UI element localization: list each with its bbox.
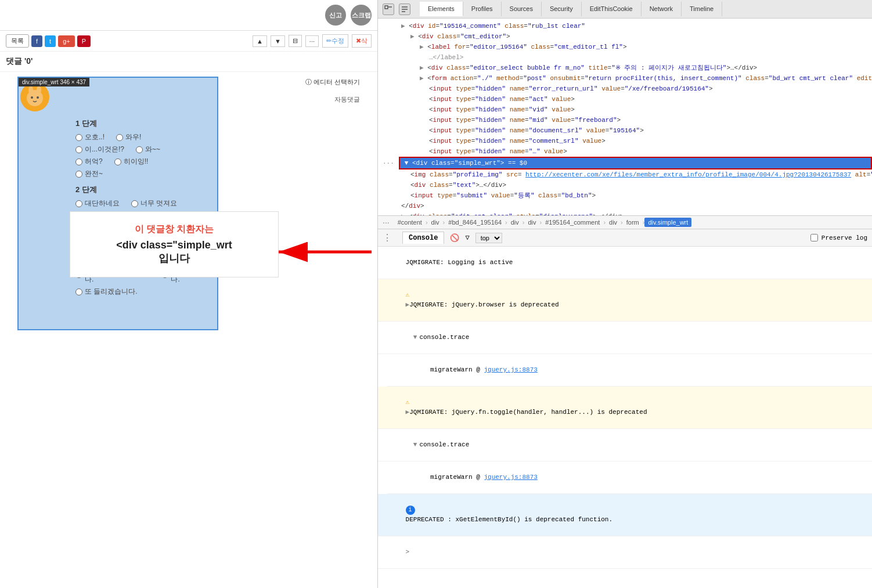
tab-security[interactable]: Security	[542, 2, 582, 16]
print-button[interactable]: ⊟	[289, 35, 302, 47]
highlighted-html-line[interactable]: ▼ <div class="simple_wrt"> == $0	[399, 157, 872, 169]
pinterest-button[interactable]: P	[77, 35, 91, 47]
html-line[interactable]: ▶ <div class="edit_opt clear" style="dis…	[397, 211, 872, 216]
html-line[interactable]: <img class="profile_img" src= http://xec…	[406, 169, 872, 180]
console-line-jqmigrate-logging: JQMIGRATE: Logging is active	[378, 247, 872, 279]
console-prompt[interactable]: >	[378, 536, 872, 569]
console-icon-btn[interactable]	[399, 3, 410, 15]
breadcrumb-form[interactable]: form	[623, 218, 643, 227]
breadcrumb-content[interactable]: #content	[394, 218, 426, 227]
radio-item[interactable]: 오호..!	[75, 132, 105, 142]
breadcrumb-dots[interactable]: ···	[383, 218, 390, 227]
console-line-trace1-link: migrateWarn @ jquery.js:8873	[387, 354, 872, 387]
down-button[interactable]: ▼	[271, 35, 285, 47]
avatar	[20, 82, 49, 111]
breadcrumb-bd[interactable]: #bd_8464_195164	[445, 218, 505, 227]
section1-row2: 이...이것은!? 와~~	[75, 145, 221, 154]
elements-panel: ▶ <div id="195164_comment" class="rub_ls…	[378, 19, 872, 216]
tooltip-box: 이 댓글창 치환자는 <div class="simple_wrt입니다	[70, 211, 279, 277]
tooltip-line1: 이 댓글창 치환자는	[84, 223, 264, 236]
html-line[interactable]: <input type="hidden" name="document_srl"…	[424, 125, 872, 136]
html-line[interactable]: ▶ <div class="editor_select bubble fr m_…	[415, 63, 872, 73]
html-line[interactable]: …</label>	[424, 52, 872, 63]
up-button[interactable]: ▲	[253, 35, 267, 47]
console-tab[interactable]: Console	[402, 232, 444, 244]
preserve-log-label: Preserve log	[821, 235, 867, 241]
section2-title: 2 단계	[75, 185, 221, 195]
radio-item[interactable]: 와우!	[116, 132, 141, 142]
breadcrumb-simple-wrt[interactable]: div.simple_wrt	[644, 218, 691, 227]
editor-select-bar[interactable]: ⓘ 에디터 선택하기	[305, 78, 360, 86]
list-button[interactable]: 목록	[6, 34, 29, 48]
breadcrumb-comment[interactable]: #195164_comment	[542, 218, 603, 227]
html-line[interactable]: <input type="hidden" name="mid" value="f…	[424, 115, 872, 125]
console-line-jquery-toggle: ⚠ ▶JQMIGRATE: jQuery.fn.toggle(handler, …	[378, 387, 872, 429]
radio-item[interactable]: 허억?	[75, 157, 103, 167]
html-line[interactable]: <input type="hidden" name="…" value>	[424, 146, 872, 157]
radio-item[interactable]: 와~~	[136, 145, 160, 154]
breadcrumb-div2[interactable]: div	[507, 218, 523, 227]
html-line[interactable]: <input type="submit" value="등록" class="b…	[406, 190, 872, 201]
radio-item[interactable]: 너무 멋져요	[131, 199, 177, 208]
radio-item[interactable]: 히이잉!!	[114, 157, 149, 167]
breadcrumb-div4[interactable]: div	[606, 218, 621, 227]
facebook-button[interactable]: f	[31, 35, 42, 47]
breadcrumb-div3[interactable]: div	[524, 218, 539, 227]
html-line[interactable]: <input type="hidden" name="act" value>	[424, 94, 872, 104]
report-button[interactable]: 신고	[325, 5, 346, 26]
html-line[interactable]: ▶ <label for="editor_195164" class="cmt_…	[415, 42, 872, 52]
console-panel: ⋮ Console 🚫 ▽ top Preserve log JQMIGRATE…	[378, 229, 872, 588]
svg-point-4	[37, 96, 39, 99]
twitter-button[interactable]: t	[45, 35, 56, 47]
tab-network[interactable]: Network	[642, 2, 682, 16]
radio-item[interactable]: 완전~	[75, 169, 103, 179]
radio-item[interactable]: 이...이것은!?	[75, 145, 124, 154]
console-line-trace2-link: migrateWarn @ jquery.js:8873	[387, 461, 872, 494]
tab-editthiscookie[interactable]: EditThisCookie	[582, 2, 642, 16]
radio-item[interactable]: 또 들리겠습니다.	[75, 287, 138, 297]
devtools-topbar: Elements Profiles Sources Security EditT…	[378, 0, 872, 19]
delete-button[interactable]: ✖삭	[352, 34, 372, 48]
red-arrow	[267, 229, 377, 275]
tooltip-line2: <div class="simple_wrt입니다	[84, 239, 264, 265]
breadcrumb-div1[interactable]: div	[428, 218, 443, 227]
svg-point-3	[31, 96, 33, 99]
section1-title: 1 단계	[75, 118, 221, 129]
preserve-log-checkbox[interactable]	[810, 234, 818, 241]
tab-sources[interactable]: Sources	[502, 2, 542, 16]
edit-button[interactable]: ✏수정	[322, 34, 348, 48]
tab-profiles[interactable]: Profiles	[463, 2, 502, 16]
svg-point-1	[28, 86, 33, 94]
console-line-trace2: ▼console.trace	[378, 429, 872, 461]
html-line[interactable]: ▶ <div class="cmt_editor">	[406, 31, 872, 42]
section1-row4: 완전~	[75, 169, 221, 179]
html-line[interactable]: <input type="hidden" name="comment_srl" …	[424, 136, 872, 146]
inspect-icon[interactable]	[383, 3, 394, 15]
html-line[interactable]: </div>	[397, 201, 872, 211]
section2-row1: 대단하네요 너무 멋져요	[75, 199, 221, 208]
devtools-icons	[383, 3, 410, 15]
gplus-button[interactable]: g+	[58, 35, 75, 47]
preserve-log-row: Preserve log	[810, 234, 867, 241]
html-line[interactable]: <input type="hidden" name="error_return_…	[424, 84, 872, 94]
auto-comment-label: 자동댓글	[334, 95, 360, 104]
console-menu-icon[interactable]: ⋮	[383, 232, 392, 244]
radio-item[interactable]: 대단하네요	[75, 199, 120, 208]
console-top-select[interactable]: top	[475, 233, 502, 243]
jquery-link-2[interactable]: jquery.js:8873	[484, 474, 537, 481]
section1-row1: 오호..! 와우!	[75, 132, 221, 142]
section1-row3: 허억? 히이잉!!	[75, 157, 221, 167]
scrap-button[interactable]: 스크랩	[351, 5, 372, 26]
html-line[interactable]: ▶ <div id="195164_comment" class="rub_ls…	[397, 21, 872, 31]
console-filter-icon[interactable]: ▽	[465, 233, 469, 242]
html-line[interactable]: <div class="text">…</div>	[406, 180, 872, 190]
html-line[interactable]: ▶ <form action="./" method="post" onsubm…	[415, 73, 872, 84]
tab-timeline[interactable]: Timeline	[682, 2, 722, 16]
html-line[interactable]: <input type="hidden" name="vid" value>	[424, 104, 872, 115]
more-button[interactable]: ···	[305, 35, 319, 47]
breadcrumb-bar: ··· #content › div › #bd_8464_195164 › d…	[378, 216, 872, 229]
tab-elements[interactable]: Elements	[420, 2, 463, 16]
jquery-link-1[interactable]: jquery.js:8873	[484, 366, 537, 373]
console-clear-icon[interactable]: 🚫	[450, 233, 459, 243]
svg-rect-7	[385, 6, 388, 9]
